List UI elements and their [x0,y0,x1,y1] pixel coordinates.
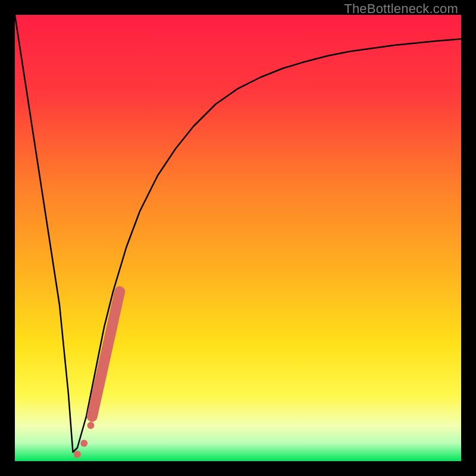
chart-frame [15,15,461,461]
highlight-dot [87,422,95,429]
chart-svg [15,15,461,461]
watermark-text: TheBottleneck.com [344,1,458,17]
highlight-dot [80,440,87,447]
gradient-background [15,15,461,461]
highlight-dot [74,451,81,458]
